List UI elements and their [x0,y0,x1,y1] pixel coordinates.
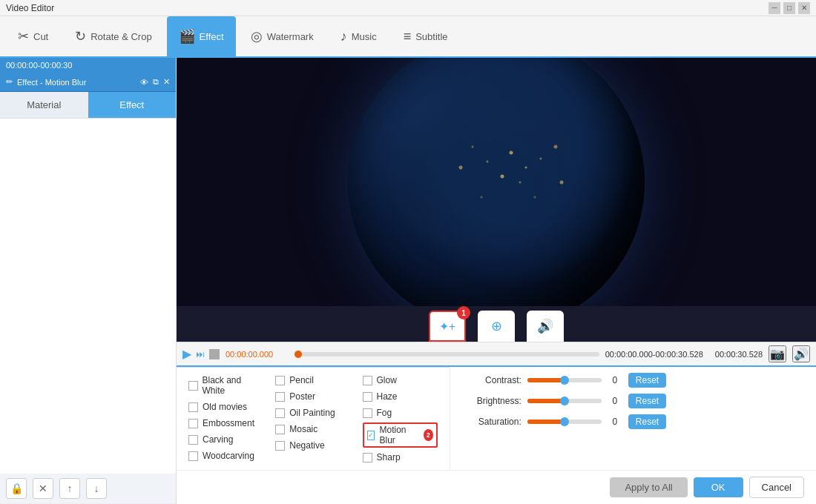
brightness-fill [527,399,565,403]
sidebar-tab-effect[interactable]: Effect [88,92,177,118]
audio-effect-button[interactable]: 🔊 [527,311,564,342]
contrast-slider[interactable] [527,378,602,382]
saturation-label: Saturation: [462,417,521,427]
effect-icon: 🎬 [179,28,195,44]
checkbox-pencil[interactable] [275,376,285,385]
tab-music[interactable]: ♪ Music [329,16,389,56]
effect-carving: Carving [188,433,263,446]
stop-button[interactable] [209,349,220,359]
tab-bar: ✂ Cut ↻ Rotate & Crop 🎬 Effect ◎ Waterma… [0,16,816,58]
effect-fog-label: Fog [377,408,392,418]
title-bar: Video Editor ─ □ ✕ [0,0,816,16]
earth-visual [348,58,645,306]
checkbox-oilpainting[interactable] [275,408,285,418]
contrast-reset-button[interactable]: Reset [628,373,666,388]
tab-effect[interactable]: 🎬 Effect [167,16,236,56]
effect-motionblur-label: Motion Blur [379,425,415,445]
contrast-thumb [560,376,569,385]
step-button[interactable]: ⏭ [196,349,205,359]
apply-all-button[interactable]: Apply to All [610,477,687,497]
checkbox-motionblur[interactable]: ✓ [367,431,375,440]
play-button[interactable]: ▶ [182,347,191,361]
tab-effect-label: Effect [200,31,224,42]
time-end-label: 00:00:30.528 [715,350,763,359]
sidebar: 00:00:00-00:00:30 ✏ Effect - Motion Blur… [0,58,177,504]
checkbox-glow[interactable] [363,376,372,385]
effects-col-1: Black and White Old movies Embossment [188,374,263,464]
effect-oilpainting-label: Oil Painting [289,408,335,418]
sidebar-header: 00:00:00-00:00:30 [0,58,176,73]
effect-pencil: Pencil [275,374,350,387]
saturation-thumb [560,417,569,426]
sidebar-controls: 🔒 ✕ ↑ ↓ [0,474,176,504]
effect-woodcarving: Woodcarving [188,449,263,462]
time-start-label: 00:00:00.000 [226,350,292,359]
effect-toolbar: ✦+ 1 ⊕ 🔊 [177,306,816,342]
effects-col-2: Pencil Poster Oil Painting Mosaic [275,374,350,464]
effect-poster: Poster [275,390,350,403]
brightness-label: Brightness: [462,396,521,406]
clip-title: Effect - Motion Blur [17,78,86,87]
header-close-icon[interactable]: ✕ [163,77,170,87]
checkbox-emboss[interactable] [188,419,198,428]
cancel-button[interactable]: Cancel [749,477,804,498]
progress-bar[interactable] [298,352,599,357]
volume-button[interactable]: 🔊 [792,345,810,362]
lock-button[interactable]: 🔒 [6,478,27,499]
move-up-button[interactable]: ↑ [59,478,80,499]
add-effect-button[interactable]: ✦+ 1 [429,311,466,342]
checkbox-bw[interactable] [188,381,198,391]
progress-thumb [295,351,302,358]
tab-cut[interactable]: ✂ Cut [6,16,60,56]
action-bar: Apply to All OK Cancel [177,470,816,504]
snapshot-button[interactable]: 📷 [769,345,786,362]
brightness-reset-button[interactable]: Reset [628,394,666,408]
saturation-slider[interactable] [527,420,602,424]
brightness-slider[interactable] [527,399,602,403]
effects-col-3: Glow Haze Fog ✓ Motion Blur [363,374,438,464]
effect-mosaic: Mosaic [275,422,350,436]
effect-old: Old movies [188,400,263,414]
checkbox-sharp[interactable] [363,453,372,462]
window-title: Video Editor [6,3,54,13]
checkbox-mosaic[interactable] [275,425,285,434]
effect-haze-label: Haze [377,391,398,402]
maximize-button[interactable]: □ [783,2,795,14]
tab-subtitle-label: Subtitle [415,31,447,42]
rotate-icon: ↻ [75,28,86,44]
checkbox-carving[interactable] [188,435,198,445]
close-button[interactable]: ✕ [798,2,810,14]
checkbox-old[interactable] [188,402,198,412]
effect-sharp: Sharp [363,451,438,464]
tab-subtitle[interactable]: ≡ Subtitle [392,16,460,56]
ok-button[interactable]: OK [694,477,743,497]
checkbox-negative[interactable] [275,441,285,451]
tab-watermark[interactable]: ◎ Watermark [239,16,326,56]
tab-cut-label: Cut [33,31,48,42]
saturation-reset-button[interactable]: Reset [628,414,666,429]
bottom-panel: Black and White Old movies Embossment [177,365,816,504]
effects-panel: Black and White Old movies Embossment [177,367,450,470]
effect-emboss-label: Embossment [203,418,254,428]
effect-woodcarving-label: Woodcarving [203,451,254,461]
effect-sharp-label: Sharp [377,452,401,462]
window-controls: ─ □ ✕ [769,2,810,14]
checkbox-fog[interactable] [363,408,372,418]
checkbox-woodcarving[interactable] [188,451,198,461]
effect-fog: Fog [363,406,438,420]
playback-controls: ▶ ⏭ [182,347,220,361]
contrast-label: Contrast: [462,375,521,385]
cut-icon: ✂ [18,28,29,44]
sidebar-tab-material[interactable]: Material [0,92,88,118]
minimize-button[interactable]: ─ [769,2,780,14]
zoom-effect-button[interactable]: ⊕ [478,311,515,342]
playback-bar: ▶ ⏭ 00:00:00.000 00:00:00.000-00:00:30.5… [177,342,816,365]
checkbox-poster[interactable] [275,392,285,402]
delete-button[interactable]: ✕ [33,478,53,499]
video-area: ✦+ 1 ⊕ 🔊 ▶ ⏭ 00:00:00.000 00:0 [177,58,816,504]
tab-rotate[interactable]: ↻ Rotate & Crop [63,16,163,56]
checkbox-haze[interactable] [363,392,372,402]
effect-poster-label: Poster [289,391,315,402]
saturation-fill [527,420,565,424]
move-down-button[interactable]: ↓ [86,478,107,499]
